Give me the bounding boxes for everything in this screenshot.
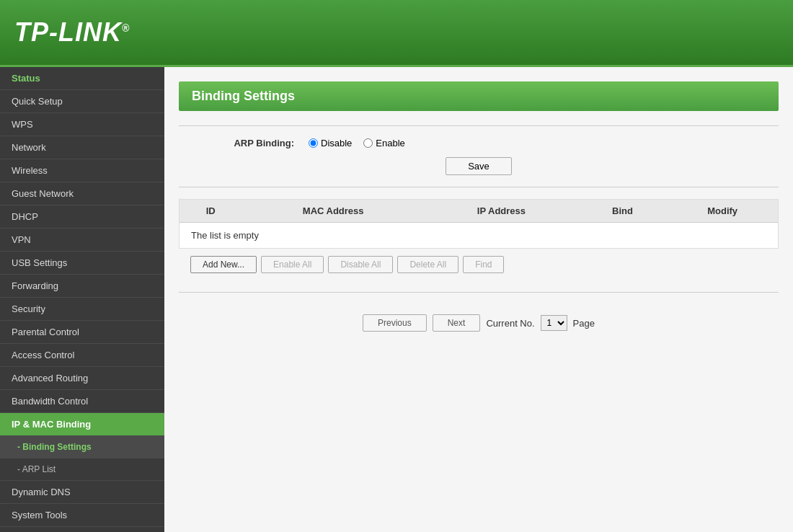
col-id: ID (180, 200, 242, 223)
arp-binding-label: ARP Binding: (222, 138, 294, 148)
arp-binding-radio-group: Disable Enable (309, 138, 405, 148)
divider-mid (179, 187, 779, 187)
divider-bottom (179, 292, 779, 293)
find-button[interactable]: Find (463, 256, 504, 273)
sidebar-item-status[interactable]: Status (0, 67, 164, 90)
page-title: Binding Settings (179, 81, 779, 111)
sidebar-item-vpn[interactable]: VPN (0, 229, 164, 252)
sidebar-item-bandwidth-control[interactable]: Bandwidth Control (0, 390, 164, 413)
radio-enable-input[interactable] (363, 138, 373, 148)
radio-disable[interactable]: Disable (309, 138, 352, 148)
sidebar-item-access-control[interactable]: Access Control (0, 344, 164, 367)
enable-all-button[interactable]: Enable All (261, 256, 324, 273)
sidebar-item-wireless[interactable]: Wireless (0, 159, 164, 182)
header: TP-LINK® (0, 0, 793, 65)
logo: TP-LINK® (14, 17, 130, 48)
sidebar-item-dynamic-dns[interactable]: Dynamic DNS (0, 481, 164, 504)
action-buttons-row: Add New... Enable All Disable All Delete… (179, 249, 779, 280)
arp-binding-row: ARP Binding: Disable Enable (179, 138, 779, 148)
sidebar-item-dhcp[interactable]: DHCP (0, 205, 164, 229)
col-mac: MAC Address (242, 200, 425, 223)
previous-button[interactable]: Previous (363, 314, 427, 332)
pagination-row: Previous Next Current No. 1 Page (179, 304, 779, 336)
body-layout: Status Quick Setup WPS Network Wireless … (0, 65, 793, 532)
delete-all-button[interactable]: Delete All (397, 256, 458, 273)
current-no-label: Current No. (486, 318, 534, 329)
sidebar-item-guest-network[interactable]: Guest Network (0, 182, 164, 205)
page-number-select[interactable]: 1 (541, 315, 567, 331)
sidebar-item-ip-mac-binding[interactable]: IP & MAC Binding (0, 413, 164, 436)
binding-table: ID MAC Address IP Address Bind Modify (180, 200, 778, 223)
save-row: Save (179, 157, 779, 175)
sidebar: Status Quick Setup WPS Network Wireless … (0, 67, 164, 532)
sidebar-item-quick-setup[interactable]: Quick Setup (0, 90, 164, 113)
sidebar-item-usb-settings[interactable]: USB Settings (0, 252, 164, 275)
col-modify: Modify (667, 200, 778, 223)
divider-top (179, 125, 779, 126)
radio-disable-input[interactable] (309, 138, 318, 148)
sidebar-item-system-tools[interactable]: System Tools (0, 504, 164, 527)
sidebar-item-parental-control[interactable]: Parental Control (0, 321, 164, 344)
sidebar-item-arp-list[interactable]: - ARP List (0, 458, 164, 481)
radio-enable[interactable]: Enable (363, 138, 404, 148)
logo-reg: ® (122, 22, 130, 34)
table-header-row: ID MAC Address IP Address Bind Modify (180, 200, 778, 223)
save-button[interactable]: Save (446, 157, 512, 175)
sidebar-item-advanced-routing[interactable]: Advanced Routing (0, 367, 164, 390)
col-bind: Bind (578, 200, 667, 223)
add-new-button[interactable]: Add New... (190, 256, 257, 273)
col-ip: IP Address (425, 200, 578, 223)
binding-table-section: ID MAC Address IP Address Bind Modify Th… (179, 199, 779, 249)
disable-all-button[interactable]: Disable All (328, 256, 393, 273)
sidebar-item-forwarding[interactable]: Forwarding (0, 275, 164, 298)
page-text-label: Page (573, 318, 595, 329)
table-empty-message: The list is empty (180, 223, 778, 248)
sidebar-item-network[interactable]: Network (0, 136, 164, 159)
next-button[interactable]: Next (433, 314, 481, 332)
sidebar-item-wps[interactable]: WPS (0, 113, 164, 136)
sidebar-item-security[interactable]: Security (0, 298, 164, 321)
main-content: Binding Settings ARP Binding: Disable En… (164, 67, 793, 532)
sidebar-item-binding-settings[interactable]: - Binding Settings (0, 436, 164, 458)
